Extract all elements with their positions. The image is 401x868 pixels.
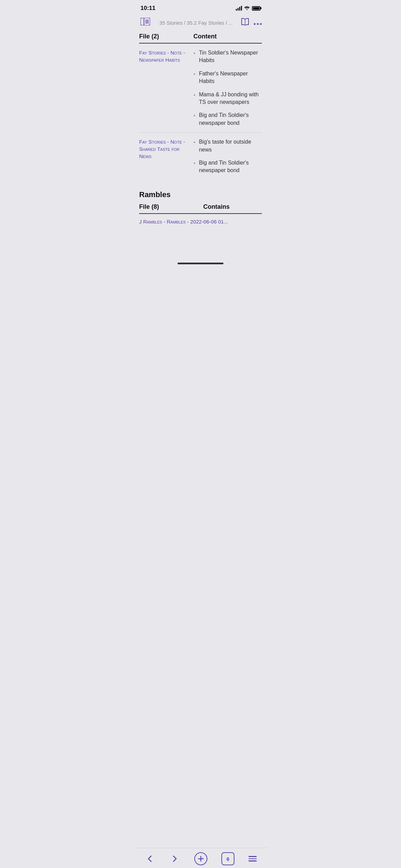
rambles-partial-row: J Rambles - Rambles - 2022-06-06 01... (139, 214, 262, 226)
content-item-text: Tin Soldier's Newspaper Habits (199, 49, 262, 64)
home-indicator (178, 263, 223, 264)
rambles-section: Rambles File (8) Contains J Rambles - Ra… (134, 190, 267, 226)
status-icons (236, 5, 260, 11)
table-header: File (2) Content (139, 33, 262, 44)
status-time: 10:11 (141, 5, 155, 12)
file-link[interactable]: Fay Stories - Note - Shared Taste for Ne… (139, 139, 185, 159)
rambles-file-header: File (8) (139, 203, 200, 210)
status-bar: 10:11 (134, 0, 267, 14)
list-item: ● Big and Tin Soldier's newspaper bond (193, 159, 262, 174)
rambles-contains-header: Contains (200, 203, 262, 210)
rambles-table-header: File (8) Contains (139, 203, 262, 214)
list-item: ● Mama & JJ bonding with TS over newspap… (193, 91, 262, 106)
bullet-icon: ● (193, 161, 195, 166)
breadcrumb: 35 Stories / 35.2 Fay Stories / ... (156, 20, 236, 26)
content-column-header: Content (191, 33, 262, 40)
list-item: ● Big's taste for outside news (193, 138, 262, 154)
rambles-file-link[interactable]: J Rambles - Rambles - 2022-06-06 01... (139, 219, 228, 225)
battery-icon (252, 6, 260, 11)
content-cell: ● Big's taste for outside news ● Big and… (191, 138, 262, 174)
main-content: File (2) Content Fay Stories - Note - Ne… (134, 33, 267, 180)
content-list: ● Big's taste for outside news ● Big and… (193, 138, 262, 174)
wifi-icon (244, 5, 250, 11)
list-item: ● Father's Newspaper Habits (193, 70, 262, 85)
file-link[interactable]: Fay Stories - Note - Newspaper Habits (139, 50, 185, 63)
bullet-icon: ● (193, 51, 195, 56)
file-cell: Fay Stories - Note - Shared Taste for Ne… (139, 138, 191, 160)
content-item-text: Father's Newspaper Habits (199, 70, 262, 85)
sidebar-toggle-icon[interactable] (139, 16, 151, 29)
list-item: ● Big and Tin Soldier's newspaper bond (193, 111, 262, 127)
bullet-icon: ● (193, 93, 195, 97)
file-column-header: File (2) (139, 33, 191, 40)
content-item-text: Big's taste for outside news (199, 138, 262, 154)
bullet-icon: ● (193, 140, 195, 145)
content-cell: ● Tin Soldier's Newspaper Habits ● Fathe… (191, 49, 262, 127)
rambles-heading: Rambles (139, 190, 262, 199)
more-options-icon[interactable] (254, 19, 262, 27)
bullet-icon: ● (193, 72, 195, 76)
book-icon[interactable] (241, 18, 250, 27)
svg-point-8 (260, 23, 262, 25)
content-list: ● Tin Soldier's Newspaper Habits ● Fathe… (193, 49, 262, 127)
svg-point-7 (257, 23, 259, 25)
bullet-icon: ● (193, 113, 195, 118)
content-item-text: Big and Tin Soldier's newspaper bond (199, 111, 262, 127)
table-row: Fay Stories - Note - Shared Taste for Ne… (139, 133, 262, 180)
content-item-text: Big and Tin Soldier's newspaper bond (199, 159, 262, 174)
content-item-text: Mama & JJ bonding with TS over newspaper… (199, 91, 262, 106)
list-item: ● Tin Soldier's Newspaper Habits (193, 49, 262, 64)
svg-point-6 (254, 23, 256, 25)
file-cell: Fay Stories - Note - Newspaper Habits (139, 49, 191, 63)
fay-stories-table: File (2) Content Fay Stories - Note - Ne… (139, 33, 262, 180)
signal-icon (236, 6, 242, 11)
nav-bar: 35 Stories / 35.2 Fay Stories / ... (134, 14, 267, 33)
table-row: Fay Stories - Note - Newspaper Habits ● … (139, 44, 262, 133)
